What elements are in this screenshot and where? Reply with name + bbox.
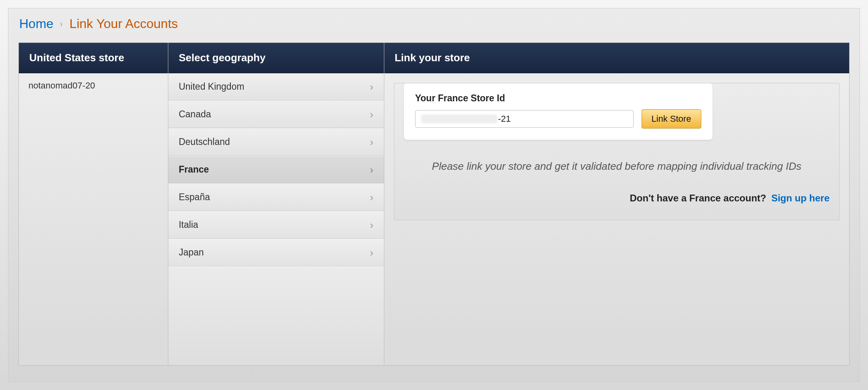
- geography-item-japan[interactable]: Japan ›: [168, 239, 384, 266]
- geography-item-italia[interactable]: Italia ›: [168, 211, 384, 239]
- no-account-text: Don't have a France account?: [630, 193, 766, 203]
- col-body-us-store: notanomad07-20: [19, 73, 168, 365]
- col-header-us-store: United States store: [19, 43, 168, 73]
- col-header-link-store: Link your store: [384, 43, 849, 73]
- store-id-row: -21 Link Store: [415, 109, 701, 129]
- breadcrumb: Home › Link Your Accounts: [19, 16, 850, 31]
- geography-item-uk[interactable]: United Kingdom ›: [168, 73, 384, 101]
- link-hint-text: Please link your store and get it valida…: [404, 159, 830, 173]
- store-id-masked: [421, 115, 497, 123]
- breadcrumb-home-link[interactable]: Home: [19, 16, 53, 31]
- chevron-right-icon: ›: [370, 137, 373, 147]
- chevron-right-icon: ›: [370, 109, 373, 120]
- signup-link[interactable]: Sign up here: [771, 193, 830, 203]
- geography-label: España: [179, 192, 210, 203]
- geography-label: Canada: [179, 109, 211, 120]
- geography-list: United Kingdom › Canada › Deutschland › …: [168, 73, 384, 365]
- chevron-right-icon: ›: [370, 82, 373, 92]
- link-store-button[interactable]: Link Store: [642, 109, 701, 129]
- geography-label: Deutschland: [179, 137, 230, 147]
- geography-item-deutschland[interactable]: Deutschland ›: [168, 128, 384, 156]
- geography-label: France: [179, 164, 209, 175]
- chevron-right-icon: ›: [370, 192, 373, 203]
- store-id-suffix: -21: [498, 114, 511, 124]
- geography-item-canada[interactable]: Canada ›: [168, 101, 384, 128]
- geography-filler: [168, 266, 384, 365]
- col-body-link-store: Your France Store Id -21 Link Store: [384, 73, 849, 365]
- signup-row: Don't have a France account? Sign up her…: [404, 193, 830, 204]
- us-store-id: notanomad07-20: [19, 73, 168, 98]
- column-us-store: United States store notanomad07-20: [19, 43, 168, 365]
- chevron-right-icon: ›: [370, 247, 373, 258]
- main-panel: United States store notanomad07-20 Selec…: [18, 42, 850, 366]
- geography-item-espana[interactable]: España ›: [168, 183, 384, 211]
- chevron-right-icon: ›: [370, 165, 373, 175]
- chevron-right-icon: ›: [60, 18, 63, 30]
- store-id-label: Your France Store Id: [415, 93, 701, 104]
- link-body: Your France Store Id -21 Link Store: [384, 73, 849, 230]
- geography-label: Italia: [179, 219, 198, 230]
- geography-label: United Kingdom: [179, 81, 244, 92]
- col-header-geography: Select geography: [168, 43, 384, 73]
- store-id-card: Your France Store Id -21 Link Store: [404, 83, 713, 140]
- column-link-store: Link your store Your France Store Id -21: [384, 43, 849, 365]
- breadcrumb-current: Link Your Accounts: [69, 16, 178, 31]
- store-id-input[interactable]: -21: [415, 110, 634, 128]
- link-inner-box: Your France Store Id -21 Link Store: [394, 83, 840, 220]
- chevron-right-icon: ›: [370, 220, 373, 230]
- page-container: Home › Link Your Accounts United States …: [8, 8, 860, 382]
- geography-label: Japan: [179, 247, 204, 258]
- geography-item-france[interactable]: France ›: [168, 156, 384, 183]
- column-geography: Select geography United Kingdom › Canada…: [168, 43, 384, 365]
